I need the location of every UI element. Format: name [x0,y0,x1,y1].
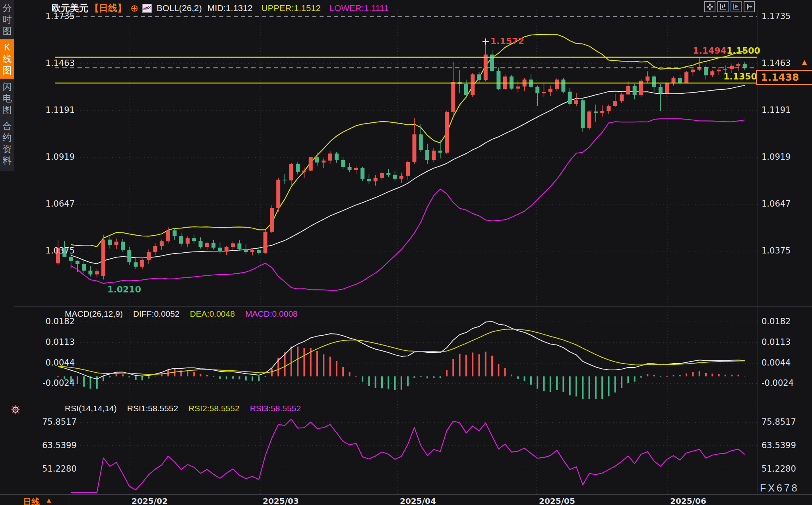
bottom-bar: 日线 ▲ 2025/022025/032025/042025/052025/06 [0,494,812,505]
sidebar-item-contract-info[interactable]: 合约资料 [0,118,14,169]
sidebar-item-kline-chart[interactable]: K线图 [0,39,14,79]
rsi-settings-icon[interactable] [10,404,21,416]
macd-axis-label: -0.0024 [762,378,794,388]
price-axis-label: 1.1191 [42,105,75,115]
macd-axis-label: 0.0113 [762,337,791,347]
resistance-tag-label: 1.1494 [693,46,727,56]
period-selector[interactable]: 日线 [23,496,40,505]
price-axis-label: 1.1735 [762,12,791,21]
date-axis-label: 2025/04 [400,496,436,505]
crosshair-icon [706,3,714,11]
macd-axis-label: 0.0044 [762,358,791,368]
price-axis-label: 1.1463 [42,58,75,68]
boll-upper-value: UPPER:1.1512 [262,3,321,14]
support-line-label: 1.1350 [723,72,755,81]
rsi-axis-label: 51.2280 [42,464,75,474]
macd-diff-value: DIFF:0.0052 [133,309,180,319]
price-axis-label: 1.0919 [42,152,75,162]
symbol-name: 欧元美元 [52,2,88,14]
sidebar-item-lightning-chart[interactable]: 闪电图 [0,79,14,118]
collapse-panel-button[interactable] [744,1,755,12]
rsi-pane-header: RSI(14,14,14) RSI1:58.5552 RSI2:58.5552 … [65,404,301,413]
rsi-axis-label: 63.5399 [42,441,75,450]
macd-axis-label: -0.0024 [42,378,75,388]
boll-lower-value: LOWER:1.1111 [329,3,389,14]
price-axis-label: 1.0919 [762,152,791,162]
rsi-title: RSI(14,14,14) [65,404,117,413]
price-axis-label: 1.0375 [42,246,75,255]
price-axis-label: 1.1191 [762,105,791,115]
axis-play-button[interactable] [731,1,742,12]
price-axis-label: 1.0375 [762,246,791,255]
macd-axis-label: 0.0044 [42,358,75,368]
rsi1-value: RSI1:58.5552 [127,404,178,413]
boll-indicator-label: BOLL(26,2) [157,3,202,14]
macd-axis-label: 0.0182 [762,317,791,326]
crosshair-tool-button[interactable] [704,1,715,12]
current-price-arrow-icon: ▲ [800,58,808,67]
date-axis-label: 2025/03 [263,496,299,505]
watermark: FX678 [760,482,799,494]
rsi-axis-label: 75.8517 [42,417,75,427]
peak-price-annotation: 1.1572 [490,36,524,46]
macd-pane-header: MACD(26,12,9) DIFF:0.0052 DEA:0.0048 MAC… [65,309,298,319]
price-axis-label: 1.0647 [42,199,75,209]
rsi2-value: RSI2:58.5552 [188,404,239,413]
axis-candles-icon [719,3,727,11]
rsi-axis-label: 51.2280 [762,464,796,474]
macd-dea-value: DEA:0.0048 [190,309,235,319]
axis-scale-button[interactable] [717,1,729,12]
low-price-annotation: 1.0210 [107,284,141,294]
pane-separator [14,402,812,402]
rsi3-value: RSI3:58.5552 [250,404,301,413]
macd-title: MACD(26,12,9) [65,309,123,319]
macd-axis-label: 0.0113 [42,337,75,347]
circle-plus-icon[interactable]: ⊕ [130,3,138,14]
axis-play-icon [732,3,740,11]
price-axis-label: 1.1463 [762,58,791,68]
boll-mid-value: MID:1.1312 [207,3,253,14]
rsi-axis-label: 63.5399 [762,441,796,450]
date-axis-label: 2025/05 [539,496,575,505]
macd-macd-value: MACD:0.0008 [245,309,298,319]
sidebar: 分时图 K线图 闪电图 合约资料 [0,0,14,171]
period-tag: 【日线】 [90,2,126,14]
collapse-panel-icon [745,3,753,11]
bottom-bar-divider [68,495,68,505]
current-price-box: 1.1438 [756,70,812,85]
chart-header: 欧元美元 【日线】 ⊕ BOLL(26,2) MID:1.1312 UPPER:… [52,2,389,14]
sidebar-item-timeline-chart[interactable]: 分时图 [0,0,14,39]
period-up-arrow-icon: ▲ [45,496,52,505]
chart-canvas[interactable] [0,0,812,505]
mini-chart-icon[interactable] [142,4,152,13]
rsi-axis-label: 75.8517 [762,417,796,427]
date-axis-label: 2025/02 [132,496,168,505]
toolbar [704,1,755,12]
pane-separator [14,306,812,307]
price-axis-label: 1.0647 [762,199,791,209]
chart-application: 分时图 K线图 闪电图 合约资料 欧元美元 【日线】 ⊕ BOLL(26,2) … [0,0,812,505]
resistance-line-label: 1.1500 [727,46,760,56]
date-axis-label: 2025/06 [670,496,706,505]
